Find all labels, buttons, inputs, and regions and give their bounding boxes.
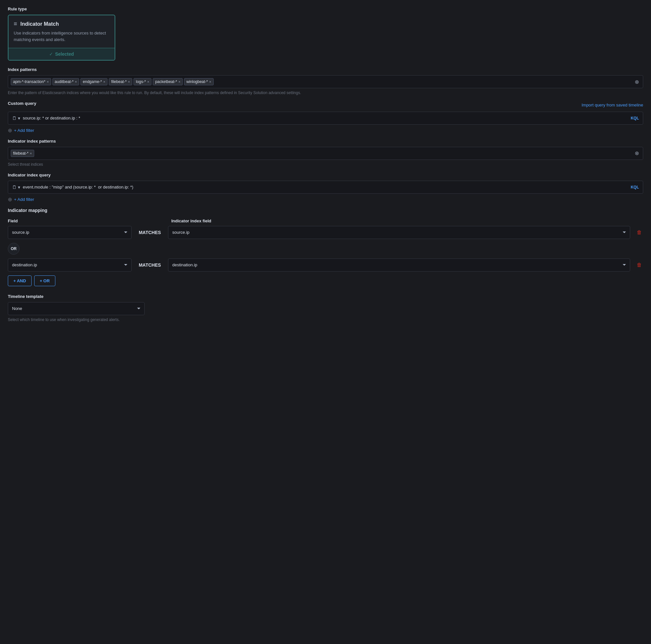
tag-filebeat[interactable]: filebeat-* × — [109, 78, 132, 85]
indicator-field-select-1-value: source.ip — [172, 230, 189, 235]
indicator-field-select-1[interactable]: source.ip — [168, 226, 630, 239]
custom-query-input[interactable] — [23, 116, 628, 121]
timeline-template-section: Timeline template None Select which time… — [8, 294, 643, 323]
delete-mapping-row-1-button[interactable]: 🗑 — [636, 228, 643, 237]
field-select-2[interactable]: destination.ip — [8, 259, 131, 271]
indicator-add-filter-link[interactable]: + Add filter — [14, 197, 34, 202]
indicator-index-section: Indicator index patterns filebeat-* × ⊗ … — [8, 139, 643, 167]
clear-indicator-tags-button[interactable]: ⊗ — [633, 150, 640, 157]
custom-query-header: Custom query Import query from saved tim… — [8, 101, 643, 109]
tag-auditbeat-remove[interactable]: × — [75, 80, 77, 84]
indicator-query-input[interactable] — [23, 185, 628, 190]
mapping-columns-header: Field Indicator index field — [8, 218, 643, 223]
timeline-template-chevron — [137, 308, 141, 309]
index-patterns-section: Index patterns apm-*-transaction* × audi… — [8, 67, 643, 96]
mapping-row-1: source.ip MATCHES source.ip 🗑 — [8, 226, 643, 239]
indicator-mapping-title: Indicator mapping — [8, 208, 643, 213]
delete-mapping-row-2-button[interactable]: 🗑 — [636, 261, 643, 269]
rule-card-title: Indicator Match — [21, 21, 59, 27]
tag-apm-remove[interactable]: × — [46, 80, 49, 84]
indicator-filter-icon: ⊕ — [8, 196, 12, 202]
index-patterns-label: Index patterns — [8, 67, 643, 72]
field-select-1-chevron — [124, 231, 127, 233]
timeline-template-value: None — [12, 306, 22, 311]
import-query-link[interactable]: Import query from saved timeline — [582, 102, 643, 107]
timeline-template-label: Timeline template — [8, 294, 643, 299]
tag-endgame-remove[interactable]: × — [103, 80, 105, 84]
tag-indicator-filebeat[interactable]: filebeat-* × — [11, 150, 34, 157]
custom-query-label: Custom query — [8, 101, 36, 106]
tag-packetbeat-remove[interactable]: × — [179, 80, 180, 84]
field-select-1-value: source.ip — [12, 230, 29, 235]
tag-apm[interactable]: apm-*-transaction* × — [11, 78, 51, 85]
indicator-field-select-2-value: destination.ip — [172, 262, 197, 267]
field-select-1[interactable]: source.ip — [8, 226, 131, 239]
query-db-icon: 🗒 — [12, 116, 17, 121]
tag-logs-remove[interactable]: × — [147, 80, 149, 84]
tag-packetbeat-text: packetbeat-* — [155, 79, 177, 84]
query-chevron-icon: ▾ — [18, 116, 20, 121]
indicator-add-filter-row: ⊕ + Add filter — [8, 196, 643, 202]
indicator-query-chevron-icon: ▾ — [18, 185, 20, 190]
mapping-action-buttons: + AND + OR — [8, 276, 643, 286]
indicator-mapping-section: Indicator mapping Field Indicator index … — [8, 208, 643, 286]
tag-auditbeat[interactable]: auditbeat-* × — [53, 78, 79, 85]
tag-packetbeat[interactable]: packetbeat-* × — [153, 78, 183, 85]
clear-all-tags-button[interactable]: ⊗ — [633, 78, 640, 86]
field-select-2-value: destination.ip — [12, 262, 37, 267]
add-filter-row: ⊕ + Add filter — [8, 127, 643, 133]
indicator-field-select-2-chevron — [623, 264, 626, 266]
mapping-row-2: destination.ip MATCHES destination.ip 🗑 — [8, 259, 643, 271]
custom-query-input-container[interactable]: 🗒 ▾ KQL — [8, 112, 643, 125]
indicator-query-db-icon: 🗒 — [12, 185, 17, 190]
and-button[interactable]: + AND — [8, 276, 32, 286]
indicator-field-label: Indicator index field — [171, 219, 211, 223]
indicator-index-tags-container[interactable]: filebeat-* × ⊗ — [8, 147, 643, 160]
kql-badge: KQL — [631, 116, 639, 121]
query-type-dropdown[interactable]: 🗒 ▾ — [12, 116, 20, 121]
field-select-2-chevron — [124, 264, 127, 266]
rule-type-section: Rule type ≡ Indicator Match Use indicato… — [8, 6, 643, 61]
rule-card-description: Use indicators from intelligence sources… — [14, 30, 110, 43]
indicator-index-query-label: Indicator index query — [8, 172, 643, 178]
tag-endgame[interactable]: endgame-* × — [81, 78, 107, 85]
or-badge-text: OR — [11, 247, 17, 251]
timeline-hint: Select which timeline to use when invest… — [8, 317, 643, 323]
field-label: Field — [8, 219, 18, 223]
index-patterns-tags-container[interactable]: apm-*-transaction* × auditbeat-* × endga… — [8, 75, 643, 88]
tag-indicator-filebeat-text: filebeat-* — [13, 151, 28, 156]
indicator-index-query-section: Indicator index query 🗒 ▾ KQL ⊕ + Add fi… — [8, 172, 643, 202]
rule-card-selected-footer: ✓ Selected — [8, 48, 115, 60]
tag-endgame-text: endgame-* — [83, 79, 102, 84]
indicator-field-select-1-chevron — [623, 231, 626, 233]
indicator-match-card[interactable]: ≡ Indicator Match Use indicators from in… — [8, 14, 115, 61]
rule-card-body: ≡ Indicator Match Use indicators from in… — [8, 15, 115, 48]
indicator-query-input-container[interactable]: 🗒 ▾ KQL — [8, 181, 643, 194]
tag-auditbeat-text: auditbeat-* — [55, 79, 73, 84]
or-badge: OR — [8, 243, 20, 255]
indicator-query-type-dropdown[interactable]: 🗒 ▾ — [12, 185, 20, 190]
rule-type-label: Rule type — [8, 6, 643, 11]
timeline-template-select[interactable]: None — [8, 302, 145, 315]
field-column-header: Field — [8, 218, 135, 223]
checkmark-icon: ✓ — [49, 52, 53, 57]
rule-card-header: ≡ Indicator Match — [14, 21, 110, 27]
custom-query-section: Custom query Import query from saved tim… — [8, 101, 643, 133]
filter-icon: ⊕ — [8, 127, 12, 133]
tag-winlogbeat-text: winlogbeat-* — [186, 79, 208, 84]
tag-winlogbeat-remove[interactable]: × — [209, 80, 211, 84]
selected-label: Selected — [55, 52, 74, 57]
tag-filebeat-text: filebeat-* — [111, 79, 126, 84]
tag-indicator-filebeat-remove[interactable]: × — [30, 151, 32, 155]
index-patterns-hint: Enter the pattern of Elasticsearch indic… — [8, 90, 643, 96]
indicator-field-select-2[interactable]: destination.ip — [168, 259, 630, 271]
tag-apm-text: apm-*-transaction* — [13, 79, 45, 84]
or-button[interactable]: + OR — [34, 276, 55, 286]
list-icon: ≡ — [14, 21, 17, 27]
indicator-kql-badge: KQL — [631, 185, 639, 190]
add-filter-link[interactable]: + Add filter — [14, 128, 34, 133]
tag-winlogbeat[interactable]: winlogbeat-* × — [184, 78, 213, 85]
tag-logs[interactable]: logs-* × — [133, 78, 151, 85]
matches-label-2: MATCHES — [137, 262, 163, 268]
tag-filebeat-remove[interactable]: × — [128, 80, 130, 84]
